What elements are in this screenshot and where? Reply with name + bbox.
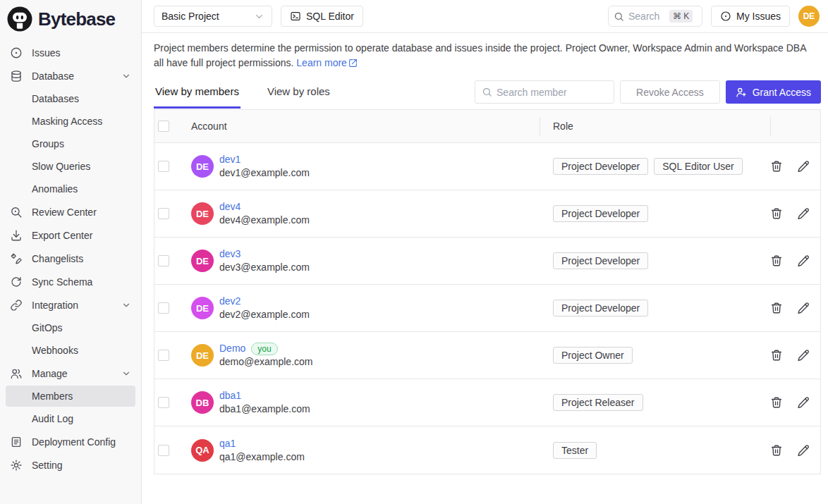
sidebar-item-export-center[interactable]: Export Center	[6, 225, 135, 246]
table-row: DE Demo you demo@example.com Project Own…	[154, 332, 820, 379]
member-name-link[interactable]: dev4	[219, 200, 241, 214]
sidebar-item-review-center[interactable]: Review Center	[6, 202, 135, 223]
role-badge: Project Developer	[553, 252, 648, 269]
sidebar-item-webhooks[interactable]: Webhooks	[6, 340, 135, 361]
sidebar-item-sync-schema[interactable]: Sync Schema	[6, 271, 135, 293]
delete-member-button[interactable]	[770, 254, 784, 268]
sidebar-item-manage[interactable]: Manage	[6, 363, 135, 384]
sidebar-item-deployment-config[interactable]: Deployment Config	[6, 431, 135, 453]
delete-member-button[interactable]	[770, 301, 784, 315]
project-select[interactable]: Basic Project	[154, 6, 272, 27]
external-link-icon	[348, 59, 358, 68]
revoke-access-button[interactable]: Revoke Access	[620, 80, 720, 104]
sidebar-item-setting[interactable]: Setting	[6, 455, 135, 476]
global-search[interactable]: ⌘ K	[608, 6, 702, 27]
trash-icon	[770, 207, 783, 220]
role-badge: Tester	[553, 442, 597, 459]
row-checkbox[interactable]	[158, 350, 169, 361]
sidebar-item-members[interactable]: Members	[6, 386, 135, 407]
my-issues-button[interactable]: My Issues	[711, 6, 790, 27]
sidebar-item-changelists[interactable]: Changelists	[6, 248, 135, 269]
global-search-input[interactable]	[628, 11, 665, 22]
gear-icon	[10, 459, 23, 472]
edit-member-button[interactable]	[797, 254, 811, 268]
member-name-link[interactable]: qa1	[219, 437, 236, 450]
edit-member-button[interactable]	[797, 301, 811, 315]
sidebar-item-integration[interactable]: Integration	[6, 295, 135, 316]
member-email: dev4@example.com	[219, 214, 310, 227]
table-row: DE dev1 dev1@example.com Project Develop…	[154, 143, 820, 190]
row-checkbox[interactable]	[158, 208, 169, 219]
edit-member-button[interactable]	[797, 443, 811, 457]
edit-member-button[interactable]	[797, 395, 811, 410]
row-checkbox[interactable]	[158, 397, 169, 408]
table-row: DE dev2 dev2@example.com Project Develop…	[154, 285, 820, 332]
app-window: Bytebase Issues Database Databases Maski…	[0, 0, 828, 504]
member-name-link[interactable]: Demo	[219, 342, 245, 355]
export-center-icon	[10, 229, 23, 242]
table-row: DB dba1 dba1@example.com Project Release…	[154, 379, 820, 426]
avatar: DE	[191, 297, 214, 319]
trash-icon	[770, 302, 783, 314]
database-icon	[10, 70, 23, 82]
row-checkbox[interactable]	[158, 255, 169, 266]
sidebar-item-anomalies[interactable]: Anomalies	[6, 178, 135, 199]
member-name-link[interactable]: dev3	[219, 247, 241, 261]
row-checkbox[interactable]	[158, 161, 169, 172]
member-name-link[interactable]: dev2	[219, 295, 241, 308]
issue-icon	[10, 47, 23, 59]
row-checkbox[interactable]	[158, 302, 169, 314]
delete-member-button[interactable]	[770, 443, 784, 457]
pencil-icon	[797, 254, 810, 267]
select-all-checkbox[interactable]	[158, 121, 169, 132]
user-plus-icon	[736, 87, 747, 98]
you-badge: you	[251, 343, 277, 355]
avatar: DE	[191, 202, 214, 225]
grant-access-button[interactable]: Grant Access	[726, 80, 821, 104]
delete-member-button[interactable]	[770, 348, 784, 362]
sidebar: Bytebase Issues Database Databases Maski…	[0, 0, 142, 504]
sidebar-item-issues[interactable]: Issues	[6, 42, 135, 63]
topbar: Basic Project SQL Editor ⌘ K My Issues	[142, 0, 828, 33]
role-badge: Project Owner	[553, 347, 633, 364]
main-area: Basic Project SQL Editor ⌘ K My Issues	[142, 0, 828, 504]
sql-editor-button[interactable]: SQL Editor	[281, 6, 363, 27]
sidebar-item-databases[interactable]: Databases	[6, 88, 135, 109]
delete-member-button[interactable]	[770, 159, 784, 173]
sidebar-item-masking-access[interactable]: Masking Access	[6, 111, 135, 132]
sidebar-item-slow-queries[interactable]: Slow Queries	[6, 156, 135, 177]
trash-icon	[770, 444, 783, 457]
delete-member-button[interactable]	[770, 395, 784, 410]
integration-icon	[10, 299, 23, 312]
sidebar-item-gitops[interactable]: GitOps	[6, 317, 135, 338]
delete-member-button[interactable]	[770, 207, 784, 221]
table-row: QA qa1 qa1@example.com Tester	[154, 426, 820, 474]
chevron-down-icon	[121, 300, 131, 310]
chevron-down-icon	[254, 11, 264, 22]
edit-member-button[interactable]	[797, 159, 811, 173]
column-account: Account	[191, 121, 227, 132]
avatar: DE	[191, 344, 214, 367]
sidebar-item-audit-log[interactable]: Audit Log	[6, 408, 135, 429]
row-checkbox[interactable]	[158, 445, 169, 456]
search-icon	[482, 87, 492, 97]
sidebar-item-groups[interactable]: Groups	[6, 133, 135, 154]
brand-logo[interactable]: Bytebase	[0, 0, 141, 37]
member-search-input[interactable]	[497, 87, 607, 98]
document-icon	[10, 436, 23, 448]
tab-view-by-roles[interactable]: View by roles	[266, 81, 331, 109]
tab-view-by-members[interactable]: View by members	[154, 81, 241, 109]
learn-more-link[interactable]: Learn more	[296, 56, 358, 70]
member-search[interactable]	[475, 80, 614, 104]
member-name-link[interactable]: dba1	[219, 389, 241, 402]
user-avatar[interactable]: DE	[798, 6, 820, 27]
member-name-link[interactable]: dev1	[219, 153, 241, 166]
edit-member-button[interactable]	[797, 348, 811, 362]
sidebar-item-database[interactable]: Database	[6, 66, 135, 87]
trash-icon	[770, 254, 783, 267]
review-center-icon	[10, 206, 23, 219]
member-email: qa1@example.com	[219, 450, 305, 464]
member-email: dev3@example.com	[219, 261, 310, 274]
avatar: DE	[191, 250, 214, 272]
edit-member-button[interactable]	[797, 207, 811, 221]
